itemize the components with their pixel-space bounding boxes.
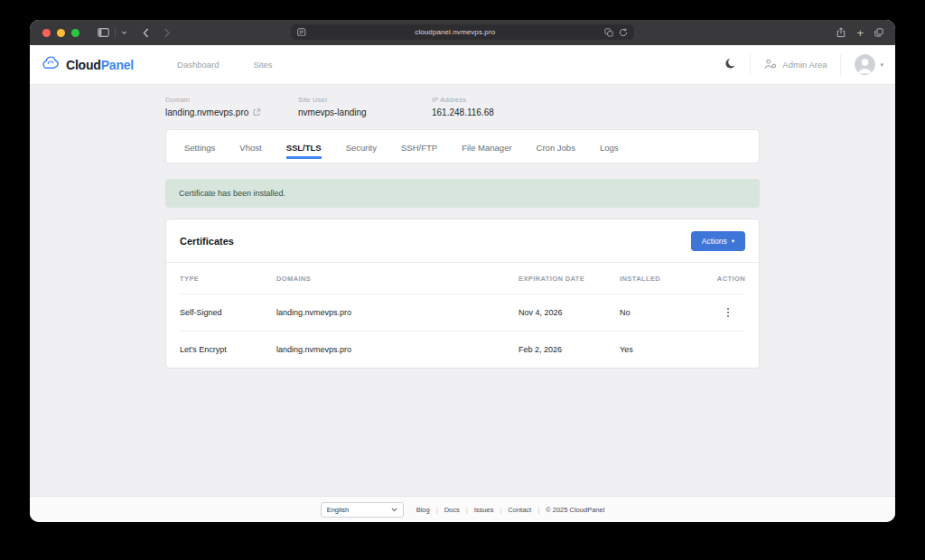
sidebar-chevron-down-icon[interactable] xyxy=(121,31,127,34)
cert-installed: Yes xyxy=(620,345,696,354)
footer-link-issues[interactable]: Issues xyxy=(474,506,494,514)
col-expiration-date: EXPIRATION DATE xyxy=(519,275,620,283)
caret-down-icon: ▾ xyxy=(880,61,883,69)
address-bar[interactable]: cloudpanel.nvmevps.pro xyxy=(291,24,634,40)
language-value: English xyxy=(327,506,350,514)
tab-overview-icon[interactable] xyxy=(874,28,883,37)
tab-ssl-tls[interactable]: SSL/TLS xyxy=(286,135,322,159)
domain-value: landing.nvmevps.pro xyxy=(165,107,248,117)
moon-icon xyxy=(724,57,736,73)
window-controls xyxy=(42,29,79,37)
cloud-logo-icon xyxy=(42,56,61,73)
table-row: Self-Signed landing.nvmevps.pro Nov 4, 2… xyxy=(180,294,745,331)
browser-right-controls: + xyxy=(836,20,883,45)
browser-window: cloudpanel.nvmevps.pro xyxy=(30,20,895,522)
tab-cron-jobs[interactable]: Cron Jobs xyxy=(537,135,575,159)
header-divider xyxy=(840,54,841,76)
site-info-site-user: Site User nvmevps-landing xyxy=(298,96,432,117)
cert-domains: landing.nvmevps.pro xyxy=(276,345,519,354)
chevron-down-icon xyxy=(391,506,397,514)
table-row: Let’s Encrypt landing.nvmevps.pro Feb 2,… xyxy=(180,331,745,368)
titlebar-divider xyxy=(115,27,116,38)
reload-icon[interactable] xyxy=(619,28,628,37)
col-type: TYPE xyxy=(180,275,276,283)
sidebar-toggle-icon[interactable] xyxy=(98,28,109,37)
col-installed: INSTALLED xyxy=(620,275,696,283)
certificates-table: TYPE DOMAINS EXPIRATION DATE INSTALLED A… xyxy=(166,263,759,368)
zoom-window-button[interactable] xyxy=(71,29,79,37)
footer-link-docs[interactable]: Docs xyxy=(444,506,460,514)
cert-type: Self-Signed xyxy=(180,308,276,317)
site-user-value: nvmevps-landing xyxy=(298,107,432,117)
table-header-row: TYPE DOMAINS EXPIRATION DATE INSTALLED A… xyxy=(180,263,745,294)
cert-domains: landing.nvmevps.pro xyxy=(276,308,519,317)
new-tab-icon[interactable]: + xyxy=(856,27,864,39)
certificates-title: Certificates xyxy=(180,236,234,247)
admin-area-label: Admin Area xyxy=(782,60,827,70)
avatar xyxy=(855,54,875,75)
tab-vhost[interactable]: Vhost xyxy=(239,135,261,159)
col-action: ACTION xyxy=(717,275,745,283)
browser-left-controls xyxy=(98,27,170,38)
actions-button[interactable]: Actions ▾ xyxy=(691,231,745,251)
cert-type: Let’s Encrypt xyxy=(180,345,276,354)
certificates-card: Certificates Actions ▾ TYPE DOMAINS EXPI… xyxy=(165,219,760,369)
main-content: Domain landing.nvmevps.pro Site User n xyxy=(30,85,895,496)
footer-link-blog[interactable]: Blog xyxy=(416,506,430,514)
footer-links: Blog | Docs | Issues | Contact | © 2025 … xyxy=(416,506,605,514)
cert-expiration: Nov 4, 2026 xyxy=(519,308,620,317)
nav-item-dashboard[interactable]: Dashboard xyxy=(177,60,219,70)
main-nav: Dashboard Sites xyxy=(177,60,273,70)
tab-logs[interactable]: Logs xyxy=(600,135,619,159)
caret-down-icon: ▾ xyxy=(732,238,734,245)
tab-ssh-ftp[interactable]: SSH/FTP xyxy=(401,135,437,159)
app-header: CloudPanel Dashboard Sites xyxy=(30,45,895,85)
kebab-menu-icon[interactable] xyxy=(723,305,733,320)
address-bar-actions xyxy=(604,28,628,37)
cert-installed: No xyxy=(620,308,696,317)
brand-text: CloudPanel xyxy=(66,58,134,72)
browser-titlebar: cloudpanel.nvmevps.pro xyxy=(30,20,895,45)
cloudpanel-logo[interactable]: CloudPanel xyxy=(42,56,134,73)
site-info-domain: Domain landing.nvmevps.pro xyxy=(165,96,298,117)
header-divider xyxy=(750,54,751,76)
reader-icon[interactable] xyxy=(297,28,306,37)
forward-icon[interactable] xyxy=(164,28,171,38)
footer-link-contact[interactable]: Contact xyxy=(508,506,531,514)
url-text: cloudpanel.nvmevps.pro xyxy=(306,28,605,36)
tab-security[interactable]: Security xyxy=(346,135,377,159)
history-navigation xyxy=(143,28,170,38)
copyright-text: © 2025 CloudPanel xyxy=(546,506,604,514)
admin-area-link[interactable]: Admin Area xyxy=(764,59,827,71)
close-window-button[interactable] xyxy=(42,29,51,37)
translate-icon[interactable] xyxy=(604,28,613,37)
cert-expiration: Feb 2, 2026 xyxy=(519,345,620,354)
users-gear-icon xyxy=(764,59,777,71)
tab-file-manager[interactable]: File Manager xyxy=(462,135,511,159)
dark-mode-toggle[interactable] xyxy=(724,57,736,73)
back-icon[interactable] xyxy=(143,28,149,38)
alert-message: Certificate has been installed. xyxy=(179,189,285,198)
header-right: Admin Area ▾ xyxy=(724,54,883,76)
minimize-window-button[interactable] xyxy=(57,29,65,37)
site-tabs: Settings Vhost SSL/TLS Security SSH/FTP … xyxy=(165,129,760,163)
external-link-icon[interactable] xyxy=(253,107,261,117)
user-menu[interactable]: ▾ xyxy=(855,54,883,75)
success-alert: Certificate has been installed. xyxy=(165,179,760,208)
site-info: Domain landing.nvmevps.pro Site User n xyxy=(165,96,760,117)
ip-address-value: 161.248.116.68 xyxy=(432,107,494,117)
col-domains: DOMAINS xyxy=(276,275,519,283)
share-icon[interactable] xyxy=(836,27,846,38)
tab-settings[interactable]: Settings xyxy=(184,135,215,159)
nav-item-sites[interactable]: Sites xyxy=(254,60,273,70)
certificates-card-header: Certificates Actions ▾ xyxy=(166,219,759,263)
language-select[interactable]: English xyxy=(321,502,404,518)
site-info-ip-address: IP Address 161.248.116.68 xyxy=(432,96,494,117)
app-footer: English Blog | Docs | Issues | Contact |… xyxy=(30,496,895,522)
